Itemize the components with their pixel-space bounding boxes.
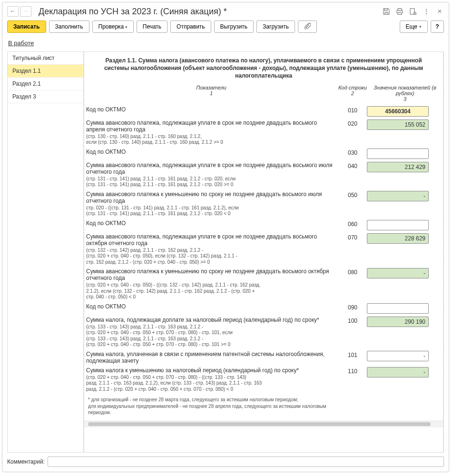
row-label: Код по ОКТМО [86, 106, 335, 113]
form-row: Сумма налога, подлежащая доплате за нало… [84, 315, 443, 349]
sidebar-item[interactable]: Раздел 1.1 [8, 65, 83, 78]
row-formula: (стр. 130 - стр. 140) разд. 2.1.1 - стр.… [86, 134, 335, 146]
download-button[interactable]: Загрузить [256, 20, 295, 33]
save-icon[interactable] [382, 7, 391, 16]
row-label: Сумма авансового платежа, подлежащая упл… [86, 119, 335, 133]
row-code: 050 [338, 191, 367, 217]
col1-num: 1 [84, 90, 338, 96]
status-link[interactable]: В работе [8, 40, 443, 47]
value-readonly: 212 429 [367, 162, 429, 172]
title-icons: ⋮ ✕ [382, 7, 444, 16]
row-label: Сумма авансового платежа, подлежащая упл… [86, 162, 335, 175]
row-code: 060 [338, 220, 367, 230]
section-title: Раздел 1.1. Сумма налога (авансового пла… [84, 52, 443, 84]
value-input[interactable] [367, 149, 429, 159]
form-row: Сумма авансового платежа к уменьшению по… [84, 189, 443, 218]
value-input[interactable] [367, 220, 429, 230]
form-row: Сумма авансового платежа, подлежащая упл… [84, 118, 443, 147]
svg-line-2 [416, 14, 417, 15]
row-code: 110 [338, 367, 367, 393]
comment-input[interactable] [48, 456, 444, 467]
value-readonly: - [367, 367, 429, 377]
row-code: 070 [338, 233, 367, 266]
col2-title: Код строки [338, 85, 367, 90]
form-row: Сумма налога к уменьшению за налоговый п… [84, 366, 443, 394]
form-row: Сумма авансового платежа, подлежащая упл… [84, 232, 443, 267]
form-row: Код по ОКТМО090 [84, 302, 443, 315]
row-label: Код по ОКТМО [86, 220, 335, 227]
row-code: 040 [338, 162, 367, 188]
more-button[interactable]: Еще [400, 20, 428, 33]
row-code: 020 [338, 119, 367, 146]
form-row: Код по ОКТМО01045660304 [84, 105, 443, 118]
row-code: 030 [338, 149, 367, 159]
print-icon[interactable] [395, 7, 404, 16]
row-code: 010 [338, 106, 367, 117]
col1-title: Показатели [84, 85, 338, 90]
value-readonly: 290 190 [367, 317, 429, 327]
scrollbar-thumb[interactable] [88, 422, 431, 426]
row-label: Сумма налога к уменьшению за налоговый п… [86, 367, 335, 374]
col3-num: 3 [367, 96, 443, 102]
row-formula: (стр. 020 + стр. 040 - стр. 050) - ((стр… [86, 282, 335, 300]
row-formula: (стр. 132 - стр. 142) разд. 2.1.1 - стр.… [86, 248, 335, 266]
form-row: Код по ОКТМО060 [84, 218, 443, 232]
col3-title: Значения показателей (в рублях) [367, 85, 443, 96]
footnote: * для организаций - не позднее 28 марта … [84, 394, 443, 421]
value-readonly: 155 052 [367, 119, 429, 130]
sidebar: Титульный листРаздел 1.1Раздел 2.1Раздел… [8, 52, 84, 452]
row-formula: (стр. 133 - стр. 143) разд. 2.1.1 - стр.… [86, 324, 335, 348]
toolbar: Записать Заполнить Проверка Печать Отпра… [7, 20, 444, 33]
row-label: Сумма авансового платежа к уменьшению по… [86, 191, 335, 204]
nav-forward-button[interactable]: → [20, 6, 31, 17]
row-code: 101 [338, 351, 367, 364]
form-row: Сумма авансового платежа, подлежащая упл… [84, 160, 443, 189]
print-button[interactable]: Печать [137, 20, 167, 33]
rows-container: Код по ОКТМО01045660304Сумма авансового … [84, 105, 443, 394]
row-formula: (стр. 020 + стр. 040 - стр. 050 + стр. 0… [86, 375, 335, 393]
window: ← → Декларация по УСН за 2023 г. (Синяя … [2, 2, 449, 472]
close-icon[interactable]: ✕ [435, 7, 444, 16]
row-code: 100 [338, 317, 367, 348]
check-button[interactable]: Проверка [92, 20, 134, 33]
content-wrap: Раздел 1.1. Сумма налога (авансового пла… [84, 52, 443, 452]
value-readonly: 228 629 [367, 233, 429, 244]
col2-num: 2 [338, 90, 367, 96]
row-label: Сумма авансового платежа, подлежащая упл… [86, 233, 335, 247]
help-button[interactable]: ? [431, 20, 444, 33]
value-readonly[interactable]: - [367, 351, 429, 361]
preview-icon[interactable] [409, 7, 417, 16]
sidebar-item[interactable]: Раздел 3 [8, 90, 83, 103]
attach-button[interactable] [298, 20, 317, 33]
nav-back-button[interactable]: ← [7, 6, 19, 17]
row-label: Сумма налога, уплаченная в связи с приме… [86, 351, 335, 364]
form-row: Сумма налога, уплаченная в связи с приме… [84, 349, 443, 366]
value-readonly: - [367, 268, 429, 278]
row-label: Сумма налога, подлежащая доплате за нало… [86, 317, 335, 323]
value-highlight[interactable]: 45660304 [367, 106, 429, 117]
value-readonly: - [367, 191, 429, 201]
send-button[interactable]: Отправить [170, 20, 211, 33]
form-row: Сумма авансового платежа к уменьшению по… [84, 267, 443, 302]
comment-label: Комментарий: [7, 458, 45, 465]
form-row: Код по ОКТМО030 [84, 147, 443, 160]
sidebar-item[interactable]: Титульный лист [8, 52, 83, 65]
column-headers: Показатели 1 Код строки 2 Значения показ… [84, 84, 443, 105]
fill-button[interactable]: Заполнить [49, 20, 89, 33]
sidebar-item[interactable]: Раздел 2.1 [8, 78, 83, 90]
horizontal-scrollbar[interactable] [84, 421, 443, 427]
row-formula: (стр. 131 - стр. 141) разд. 2.1.1 - стр.… [86, 176, 335, 188]
row-label: Сумма авансового платежа к уменьшению по… [86, 268, 335, 281]
window-title: Декларация по УСН за 2023 г. (Синяя акац… [33, 7, 382, 17]
comment-row: Комментарий: [7, 456, 444, 467]
row-label: Код по ОКТМО [86, 303, 335, 310]
row-code: 080 [338, 268, 367, 300]
value-input[interactable] [367, 303, 429, 314]
kebab-menu-icon[interactable]: ⋮ [422, 7, 431, 16]
upload-button[interactable]: Выгрузить [214, 20, 254, 33]
body: Титульный листРаздел 1.1Раздел 2.1Раздел… [7, 51, 444, 453]
record-button[interactable]: Записать [7, 20, 46, 33]
title-bar: ← → Декларация по УСН за 2023 г. (Синяя … [7, 6, 444, 17]
row-formula: стр. 020 - ((стр. 131 - стр. 141) разд. … [86, 205, 335, 217]
content: Раздел 1.1. Сумма налога (авансового пла… [84, 52, 443, 452]
